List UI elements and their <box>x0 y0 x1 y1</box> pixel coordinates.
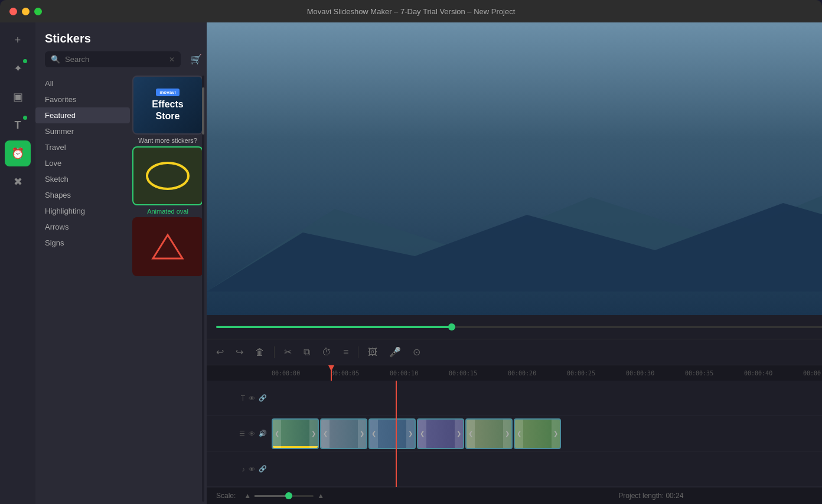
scale-fill <box>255 495 290 497</box>
audio-button[interactable]: 🎤 <box>387 344 403 360</box>
category-all[interactable]: All <box>35 76 130 91</box>
sticker-effects-store[interactable]: movavi EffectsStore Want more stickers? <box>132 76 202 144</box>
clip-1-handle-right[interactable]: ❯ <box>309 420 318 448</box>
category-featured[interactable]: Featured <box>35 107 130 123</box>
category-highlighting[interactable]: Highlighting <box>35 203 130 219</box>
sidebar-icon-magic[interactable]: ✦ <box>5 55 31 81</box>
ruler-40: 00:00:40 <box>744 370 803 377</box>
clip-2-handle-right[interactable]: ❯ <box>358 420 366 448</box>
sidebar-icon-stickers[interactable]: ⏰ <box>5 140 31 166</box>
category-sketch[interactable]: Sketch <box>35 171 130 187</box>
track-audio-content <box>272 451 822 486</box>
clip-5-handle-left[interactable]: ❮ <box>467 420 475 448</box>
track-text-controls: T 👁 🔗 <box>207 381 272 415</box>
minimize-button[interactable] <box>22 8 30 15</box>
sticker-thumb-effects-store: movavi EffectsStore <box>132 76 202 135</box>
text-dot <box>23 116 27 120</box>
category-favorites[interactable]: Favorites <box>35 91 130 107</box>
mountain-bg <box>207 162 822 292</box>
sidebar-icon-text[interactable]: T <box>5 112 31 138</box>
toolbar: ↩ ↪ 🗑 ✂ ⧉ ⏱ ≡ 🖼 🎤 ⊙ Export <box>207 339 822 365</box>
sticker-label-oval: Animated oval <box>145 208 191 215</box>
preview-area: ? 00:00:01.195 ⏮ ▶ ⏭ 🔊 ⋮ ↩ ↪ 🗑 <box>207 22 822 504</box>
ruler-05: 00:00:05 <box>331 370 390 377</box>
scale-decrease-icon[interactable]: ▲ <box>244 492 251 500</box>
scale-track[interactable] <box>255 495 314 497</box>
sidebar-icon-filter[interactable]: ▣ <box>5 84 31 110</box>
clip-4-handle-left[interactable]: ❮ <box>418 420 426 448</box>
ruler-35: 00:00:35 <box>685 370 744 377</box>
cut-button[interactable]: ✂ <box>282 344 294 360</box>
timeline-playhead-line <box>396 381 397 487</box>
track-audio: ♪ 👁 🔗 <box>207 451 822 487</box>
clip-2-handle-left[interactable]: ❮ <box>321 420 330 448</box>
webcam-button[interactable]: ⊙ <box>410 344 423 360</box>
track-audio-vol-icon[interactable]: 🔗 <box>259 465 267 473</box>
clip-3[interactable]: ❮ ❯ <box>368 418 416 449</box>
extra1-svg <box>150 232 185 261</box>
align-button[interactable]: ≡ <box>341 345 351 360</box>
clip-3-handle-right[interactable]: ❯ <box>406 420 415 448</box>
clip-6[interactable]: ❮ ❯ <box>514 418 561 449</box>
clip-5[interactable]: ❮ ❯ <box>465 418 513 449</box>
title-bar-buttons <box>9 8 42 15</box>
clip-4[interactable]: ❮ ❯ <box>417 418 464 449</box>
track-video-menu-icon[interactable]: ☰ <box>239 430 245 437</box>
clip-5-handle-right[interactable]: ❯ <box>503 420 511 448</box>
clip-6-handle-right[interactable]: ❯ <box>552 420 560 448</box>
clip-3-handle-left[interactable]: ❮ <box>370 420 378 448</box>
category-shapes[interactable]: Shapes <box>35 187 130 203</box>
ruler-10: 00:00:10 <box>390 370 449 377</box>
add-icon: + <box>15 34 21 47</box>
category-signs[interactable]: Signs <box>35 235 130 251</box>
clip-6-handle-left[interactable]: ❮ <box>515 420 523 448</box>
clip-1-handle-left[interactable]: ❮ <box>273 420 281 448</box>
stickers-icon: ⏰ <box>11 147 24 160</box>
track-text-icon: T <box>241 394 245 402</box>
toolbar-separator-2 <box>358 346 358 358</box>
toolbar-separator-1 <box>274 346 275 358</box>
copy-button[interactable]: ⧉ <box>301 345 312 360</box>
speed-button[interactable]: ⏱ <box>319 345 334 360</box>
track-video-eye-icon[interactable]: 👁 <box>249 430 255 437</box>
sidebar-icon-tools[interactable]: ✖ <box>5 169 31 195</box>
ruler-15: 00:00:15 <box>449 370 508 377</box>
track-audio-eye-icon[interactable]: 👁 <box>249 466 255 473</box>
cart-icon[interactable]: 🛒 <box>190 54 202 65</box>
overlay-button[interactable]: 🖼 <box>366 345 380 360</box>
sticker-label-effects-store: Want more stickers? <box>136 137 200 144</box>
clip-4-handle-right[interactable]: ❯ <box>455 420 463 448</box>
stickers-grid: movavi EffectsStore Want more stickers? <box>130 73 197 279</box>
sticker-oval[interactable]: Animated oval <box>132 146 202 215</box>
search-clear-icon[interactable]: ✕ <box>169 55 175 64</box>
search-icon: 🔍 <box>51 55 60 64</box>
sticker-extra-1[interactable] <box>132 217 202 276</box>
sidebar-icon-add[interactable]: + <box>5 27 31 53</box>
track-eye-icon[interactable]: 👁 <box>249 395 255 402</box>
ruler-00: 00:00:00 <box>272 370 331 377</box>
maximize-button[interactable] <box>34 8 42 15</box>
redo-button[interactable]: ↪ <box>233 344 246 360</box>
track-text: T 👁 🔗 <box>207 381 822 416</box>
progress-bar[interactable] <box>216 326 822 328</box>
category-travel[interactable]: Travel <box>35 139 130 155</box>
delete-button[interactable]: 🗑 <box>253 345 267 360</box>
scale-increase-icon[interactable]: ▲ <box>317 492 324 500</box>
track-video-audio-icon[interactable]: 🔊 <box>259 430 267 437</box>
stickers-title: Stickers <box>45 32 197 45</box>
clip-1[interactable]: ❮ ❯ <box>272 418 319 449</box>
category-love[interactable]: Love <box>35 155 130 171</box>
clip-2[interactable]: ❮ ❯ <box>320 418 367 449</box>
scroll-track[interactable] <box>202 76 204 502</box>
category-summer[interactable]: Summer <box>35 123 130 139</box>
search-input[interactable] <box>65 55 164 64</box>
oval-svg <box>141 155 194 197</box>
track-link-icon[interactable]: 🔗 <box>259 394 267 402</box>
scale-label: Scale: <box>216 492 236 500</box>
timeline-tracks: T 👁 🔗 ☰ 👁 🔊 <box>207 381 822 487</box>
close-button[interactable] <box>9 8 17 15</box>
undo-button[interactable]: ↩ <box>214 344 226 360</box>
scale-dot <box>285 492 292 499</box>
category-arrows[interactable]: Arrows <box>35 219 130 235</box>
scale-control: Scale: ▲ ▲ <box>216 492 324 500</box>
